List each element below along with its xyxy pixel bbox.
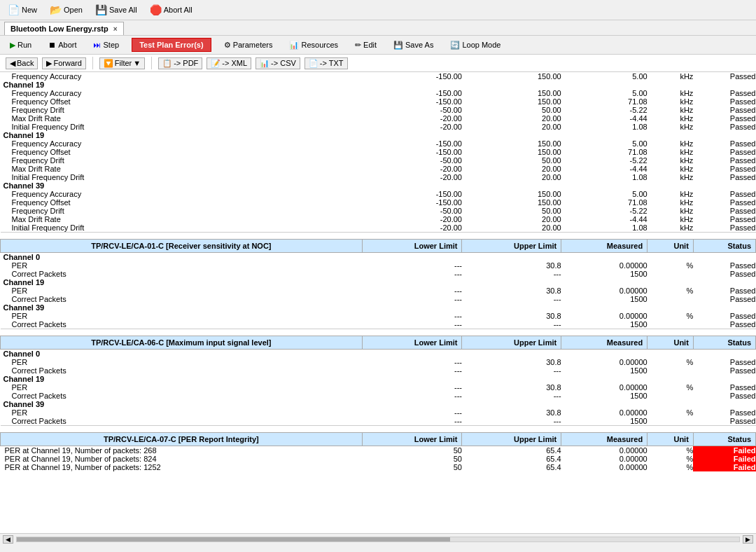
horizontal-scrollbar[interactable]: ◀ ▶ [0,533,756,544]
group-row: Channel 39 [1,303,756,312]
table-row: Initial Frequency Drift-20.0020.001.08kH… [1,173,756,181]
table-row: PER---30.80.00000%Passed [1,383,756,392]
status-badge-failed: Failed [693,446,755,455]
status-badge-failed: Failed [693,455,755,463]
parameters-button[interactable]: ⚙ Parameters [220,39,277,51]
csv-export-button[interactable]: 📊 -> CSV [255,57,300,69]
forward-button[interactable]: ▶ Forward [42,57,85,69]
parameters-label: Parameters [233,41,273,49]
table-row: Correct Packets------1500Passed [1,366,756,375]
table-row: Initial Frequency Drift-20.0020.001.08kH… [1,223,756,233]
status-badge-passed: Passed [693,287,755,295]
run-button[interactable]: ▶ Run [6,39,36,51]
pdf-export-button[interactable]: 📋 -> PDF [158,57,202,69]
step-button[interactable]: ⏭ Step [89,39,123,50]
status-badge-passed: Passed [693,261,755,270]
scroll-left-button[interactable]: ◀ [3,535,13,544]
abort-all-icon: 🛑 [150,4,162,15]
status-badge-passed: Passed [693,320,755,329]
status-badge-passed: Passed [693,383,755,392]
status-badge-passed: Passed [693,358,755,366]
status-badge-passed: Passed [693,295,755,303]
loop-mode-button[interactable]: 🔄 Loop Mode [446,39,505,51]
loop-mode-label: Loop Mode [462,41,500,49]
abort-label: Abort [58,41,76,49]
txt-export-button[interactable]: 📄 -> TXT [304,57,348,69]
save-all-icon: 💾 [95,4,107,15]
table-row: Frequency Accuracy-150.00150.005.00kHzPa… [1,139,756,148]
error-label: Test Plan Error(s) [139,41,204,49]
table-row: Frequency Drift-50.0050.00-5.22kHzPassed [1,207,756,215]
section-header-row: TP/RCV-LE/CA-06-C [Maximum input signal … [1,336,756,350]
loop-mode-icon: 🔄 [450,41,460,50]
table-row: PER at Channel 19, Number of packets: 12… [1,463,756,471]
table-row: PER---30.80.00000%Passed [1,287,756,295]
back-button[interactable]: ◀ Back [6,57,38,69]
filter-button[interactable]: 🔽 Filter ▼ [99,57,145,69]
table-row: Correct Packets------1500Passed [1,392,756,400]
results-table: Frequency Accuracy-150.00150.005.00kHzPa… [0,72,756,471]
scroll-right-button[interactable]: ▶ [743,535,753,544]
group-row: Channel 19 [1,131,756,139]
status-badge-passed: Passed [693,417,755,426]
tab-title: Bluetooth Low Energy.rstp [10,25,108,33]
open-button[interactable]: 📂 Open [46,3,86,17]
save-all-button[interactable]: 💾 Save All [92,3,141,17]
scrollbar-track[interactable] [16,537,740,542]
run-label: Run [18,41,31,49]
table-row: Frequency Offset-150.00150.0071.08kHzPas… [1,198,756,207]
edit-icon: ✏ [355,41,361,50]
open-label: Open [64,6,83,14]
section-header-row: TP/RCV-LE/CA-01-C [Receiver sensitivity … [1,240,756,253]
nav-bar: ◀ Back ▶ Forward 🔽 Filter ▼ 📋 -> PDF 📝 -… [0,55,756,72]
group-row: Channel 19 [1,375,756,383]
section-header-row: TP/RCV-LE/CA-07-C [PER Report Integrity]… [1,433,756,446]
filter-label: Filter [115,59,132,67]
resources-icon: 📊 [289,41,299,50]
table-row: PER---30.80.00000%Passed [1,358,756,366]
scrollbar-thumb[interactable] [17,537,450,541]
new-label: New [22,6,37,14]
save-all-label: Save All [109,6,137,14]
table-row: Max Drift Rate-20.0020.00-4.44kHzPassed [1,165,756,173]
toolbar: 📄 New 📂 Open 💾 Save All 🛑 Abort All [0,0,756,20]
new-icon: 📄 [8,4,20,15]
table-row: PER at Channel 19, Number of packets: 82… [1,455,756,463]
table-row: Frequency Accuracy-150.00150.005.00kHzPa… [1,72,756,81]
resources-button[interactable]: 📊 Resources [285,39,342,51]
xml-icon: 📝 [211,59,220,68]
table-row: Frequency Offset-150.00150.0071.08kHzPas… [1,148,756,156]
nav-separator [92,57,93,69]
action-bar: ▶ Run ⏹ Abort ⏭ Step Test Plan Error(s) … [0,36,756,55]
error-button[interactable]: Test Plan Error(s) [132,38,211,52]
abort-all-button[interactable]: 🛑 Abort All [146,3,196,17]
edit-button[interactable]: ✏ Edit [351,39,381,51]
main-content: Frequency Accuracy-150.00150.005.00kHzPa… [0,72,756,533]
table-row: Correct Packets------1500Passed [1,320,756,329]
pdf-label: -> PDF [174,59,198,67]
parameters-icon: ⚙ [224,41,231,50]
table-row: Initial Frequency Drift-20.0020.001.08kH… [1,123,756,131]
step-icon: ⏭ [93,41,101,49]
table-row: PER---30.80.00000%Passed [1,261,756,270]
open-icon: 📂 [50,4,62,15]
table-row: PER---30.80.00000%Passed [1,312,756,320]
edit-label: Edit [363,41,377,49]
group-row: Channel 19 [1,278,756,287]
xml-label: -> XML [222,59,247,67]
table-row: Frequency Accuracy-150.00150.005.00kHzPa… [1,89,756,97]
status-badge-passed: Passed [693,366,755,375]
tab-bar: Bluetooth Low Energy.rstp × [0,20,756,36]
xml-export-button[interactable]: 📝 -> XML [206,57,251,69]
status-badge-passed: Passed [693,270,755,278]
status-badge-passed: Passed [693,392,755,400]
tab-bluetooth[interactable]: Bluetooth Low Energy.rstp × [4,22,124,35]
resources-label: Resources [301,41,338,49]
back-icon: ◀ [10,59,15,68]
table-row: Correct Packets------1500Passed [1,270,756,278]
new-button[interactable]: 📄 New [4,3,41,17]
csv-label: -> CSV [271,59,296,67]
abort-button[interactable]: ⏹ Abort [44,39,80,50]
tab-close-button[interactable]: × [113,25,118,33]
save-as-button[interactable]: 💾 Save As [389,39,438,51]
